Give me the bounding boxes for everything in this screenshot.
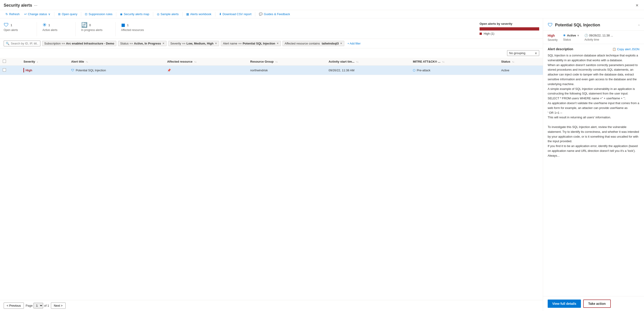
filter-tag-alert-name: Alert name == Potential SQL Injection ✕ [221, 41, 281, 46]
filters-row: 🔍 Subscription == Arc enabled Infrastruc… [0, 39, 543, 48]
view-full-details-button[interactable]: View full details [548, 300, 581, 308]
row-checkbox[interactable] [3, 68, 6, 72]
spinner-icon: ✳ [42, 22, 46, 28]
grouping-chevron-icon: ∨ [535, 51, 537, 55]
row-checkbox-cell [0, 66, 21, 75]
download-csv-button[interactable]: ⬇ Download CSV report [217, 12, 254, 17]
status-sort-icon[interactable]: ↑↓ [512, 60, 514, 63]
mitre-attack-column-header: MITRE ATT&CK® ... ↑↓ [410, 58, 498, 66]
stat-open-alerts: 🛡 1 Open alerts [4, 22, 31, 32]
next-page-button[interactable]: Next > [51, 302, 66, 309]
filter-tag-subscription: Subscription == Arc enabled Infrastructu… [42, 41, 116, 46]
open-query-button[interactable]: ⊞ Open query [56, 12, 79, 17]
take-action-button[interactable]: Take action [583, 300, 611, 308]
guides-feedback-button[interactable]: 💬 Guides & Feedback [257, 12, 292, 17]
filter-tag-severity: Severity == Low, Medium, High ✕ [168, 41, 219, 46]
activity-start-time-column-header: Activity start tim... ↑↓ [326, 58, 410, 66]
panel-shield-icon: 🛡 [548, 22, 553, 28]
status-dropdown-arrow[interactable]: ∨ [577, 34, 579, 37]
remove-alert-name-filter-button[interactable]: ✕ [276, 42, 279, 45]
previous-page-button[interactable]: < Previous [4, 302, 24, 309]
in-progress-icon: 🔄 [81, 22, 88, 28]
change-status-button[interactable]: ↩ Change status ∨ [22, 12, 52, 17]
table-header-row: Severity ↓ Alert title ↑↓ Affected resou… [0, 58, 543, 66]
guides-icon: 💬 [259, 12, 262, 16]
refresh-icon: ↻ [6, 12, 8, 16]
severity-column-header: Severity ↓ [21, 58, 68, 66]
resource-group-sort-icon[interactable]: ↑↓ [276, 60, 278, 63]
toolbar-separator-3 [116, 12, 116, 16]
stat-divider-2 [76, 22, 76, 36]
close-button[interactable]: ✕ [634, 2, 640, 8]
severity-bar-high [480, 27, 539, 30]
add-filter-button[interactable]: + Add filter [346, 41, 362, 46]
expand-panel-button[interactable]: › [638, 24, 640, 26]
affected-resource-sort-icon[interactable]: ↑↓ [194, 60, 196, 63]
title-bar-left: Security alerts ··· [4, 3, 38, 8]
page-number-select[interactable]: 1 [34, 303, 43, 308]
status-column-header: Status ↑↓ [498, 58, 543, 66]
toolbar-separator-5 [182, 12, 182, 16]
copy-alert-json-button[interactable]: 📋 Copy alert JSON [612, 48, 640, 51]
stat-active-alerts: ✳ 1 Active alerts [42, 22, 70, 32]
select-all-header [0, 58, 21, 66]
resource-pin-icon: 📌 [167, 68, 171, 72]
severity-indicator [24, 68, 24, 72]
grouping-select[interactable]: No grouping ∨ [507, 50, 539, 56]
row-resource-group-cell: northwindrisk [248, 66, 326, 75]
table-toolbar: No grouping ∨ [0, 48, 543, 58]
suppression-rules-button[interactable]: ⊡ Suppression rules [83, 12, 114, 17]
alert-description-text: SQL Injection is a common database attac… [548, 53, 640, 158]
sample-alerts-icon: ◎ [157, 12, 160, 16]
search-box[interactable]: 🔍 [4, 40, 40, 46]
alerts-workbook-button[interactable]: ▦ Alerts workbook [184, 12, 213, 17]
active-spinner-icon: ✳ [563, 34, 566, 37]
remove-affected-resource-filter-button[interactable]: ✕ [340, 42, 342, 45]
toolbar-separator-2 [81, 12, 81, 16]
high-legend-label: High (1) [484, 32, 494, 35]
refresh-button[interactable]: ↻ Refresh [4, 12, 22, 17]
meta-status: ✳ Active ∨ Status [563, 34, 579, 41]
select-all-checkbox[interactable] [3, 60, 6, 63]
row-activity-time-cell: 09/26/22, 11:38 AM [326, 66, 410, 75]
left-panel: 🛡 1 Open alerts ✳ 1 Active alerts [0, 18, 543, 311]
remove-severity-filter-button[interactable]: ✕ [215, 42, 217, 45]
row-severity-cell: High [21, 66, 68, 75]
desc-header: Alert description 📋 Copy alert JSON [548, 47, 640, 51]
page-title: Security alerts [4, 3, 32, 8]
download-icon: ⬇ [219, 12, 222, 16]
row-alert-title-cell: 🛡 Potential SQL Injection [68, 66, 164, 75]
activity-time-sort-icon[interactable]: ↑↓ [356, 60, 358, 63]
severity-chart: Open alerts by severity High (1) [475, 22, 539, 36]
main-content: 🛡 1 Open alerts ✳ 1 Active alerts [0, 18, 644, 311]
row-status-cell: Active [498, 66, 543, 75]
resource-group-column-header: Resource Group ↑↓ [248, 58, 326, 66]
mitre-sort-icon[interactable]: ↑↓ [442, 60, 444, 63]
chevron-down-icon: ∨ [48, 12, 50, 16]
stat-affected-resources: ◼ 1 Affected resources [121, 22, 151, 32]
clock-icon: 🕐 [584, 34, 588, 37]
affected-resource-column-header: Affected resource ↑↓ [164, 58, 248, 66]
panel-title: Potential SQL Injection [555, 23, 636, 28]
stat-divider-1 [37, 22, 37, 36]
search-input[interactable] [11, 42, 38, 45]
stat-divider-3 [115, 22, 116, 36]
panel-footer: View full details Take action [543, 296, 644, 311]
stats-row: 🛡 1 Open alerts ✳ 1 Active alerts [0, 18, 543, 39]
table-row[interactable]: High 🛡 Potential SQL Injection 📌 [0, 66, 543, 75]
panel-header: 🛡 Potential SQL Injection › [543, 18, 644, 30]
severity-sort-icon[interactable]: ↓ [37, 60, 38, 63]
toolbar: ↻ Refresh ↩ Change status ∨ ⊞ Open query… [0, 10, 644, 18]
sample-alerts-button[interactable]: ◎ Sample alerts [155, 12, 180, 17]
workbook-icon: ▦ [186, 12, 189, 16]
high-legend-color [480, 32, 482, 35]
page-select-container: Page 1 of 1 [26, 303, 49, 308]
security-alerts-map-button[interactable]: ◉ Security alerts map [118, 12, 151, 17]
alert-title-sort-icon[interactable]: ↑↓ [86, 60, 88, 63]
main-window: Security alerts ··· ✕ ↻ Refresh ↩ Change… [0, 0, 644, 311]
remove-status-filter-button[interactable]: ✕ [162, 42, 164, 45]
more-options-button[interactable]: ··· [34, 3, 38, 8]
toolbar-separator-4 [153, 12, 153, 16]
detail-panel: 🛡 Potential SQL Injection › High Severit… [543, 18, 644, 311]
stat-in-progress-alerts: 🔄 0 In progress alerts [81, 22, 110, 32]
